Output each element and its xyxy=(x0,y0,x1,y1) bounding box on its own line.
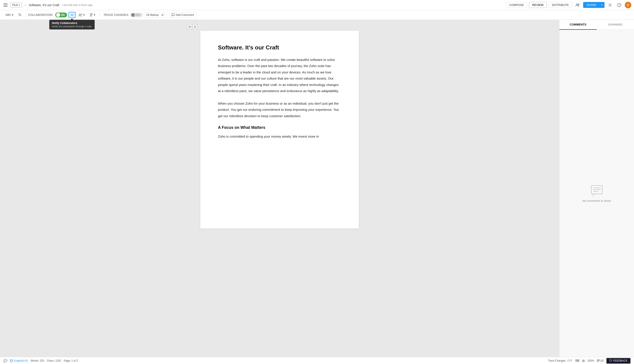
track-changes-status: Track Changes OFF xyxy=(548,359,573,362)
toggle-circle xyxy=(56,13,60,17)
chars-count: 1332 xyxy=(55,359,61,362)
svg-point-17 xyxy=(597,360,598,361)
main-area: ⊞ ⊟ Software. It's our Craft At Zoho, so… xyxy=(0,20,634,357)
words-count: 229 xyxy=(40,359,44,362)
chars-text: Chars: xyxy=(47,359,54,362)
spellcheck-icon: ABC xyxy=(5,13,11,16)
collaborators-count-button[interactable]: (0) xyxy=(597,359,604,362)
zoom-level: 100% xyxy=(587,359,594,362)
sidebar-tabs: COMMENTS CHANGES xyxy=(559,20,634,30)
collaborators-view-button[interactable]: ▾ xyxy=(77,12,87,18)
collaborators-status-icon xyxy=(597,359,600,362)
distribute-button[interactable]: DISTRIBUTE xyxy=(549,2,572,8)
collaboration-label: COLLABORATION: xyxy=(28,13,53,16)
top-navigation: FILE ▾ ☆ Software. It's our Craft Last e… xyxy=(0,0,634,10)
document-title: Software. It's our Craft xyxy=(29,3,59,7)
track-changes-toggle[interactable]: OFF xyxy=(130,13,142,17)
spellcheck-arrow: ▾ xyxy=(12,13,14,16)
review-options-arrow: ▾ xyxy=(94,13,95,16)
feedback-icon xyxy=(609,360,612,362)
svg-text:?: ? xyxy=(618,4,620,6)
hamburger-menu[interactable] xyxy=(3,3,8,8)
track-changes-status-label: Track Changes xyxy=(548,359,566,362)
collaborators-count: (0) xyxy=(600,359,604,362)
no-comments-text: No comments to show xyxy=(582,199,611,202)
separator xyxy=(26,12,26,18)
svg-point-5 xyxy=(19,14,21,16)
page-expand-button[interactable]: ⊞ xyxy=(187,24,192,29)
page-of: of 2 xyxy=(74,359,78,362)
sidebar: COMMENTS CHANGES No comments to show xyxy=(559,20,634,357)
document-heading: Software. It's our Craft xyxy=(218,44,341,52)
status-bar-right: Track Changes OFF ⌨ ▤ 100% (0) FEEDBACK xyxy=(548,358,630,364)
svg-rect-8 xyxy=(90,14,93,14)
language-button[interactable]: English(US) xyxy=(10,359,28,362)
svg-point-6 xyxy=(79,14,81,15)
tab-changes[interactable]: CHANGES xyxy=(597,20,634,30)
words-label: Words: 229 xyxy=(31,359,44,362)
view-icon[interactable]: ▤ xyxy=(582,359,585,362)
markup-select[interactable]: All Markup xyxy=(143,12,164,18)
paragraph-3: Zoho is committed to spending your money… xyxy=(218,134,341,140)
svg-rect-19 xyxy=(609,360,612,361)
share-arrow-button[interactable]: ▾ xyxy=(600,2,604,8)
review-options-button[interactable]: ▾ xyxy=(88,12,97,18)
document-page: Software. It's our Craft At Zoho, softwa… xyxy=(200,31,359,228)
collaborators-arrow: ▾ xyxy=(83,13,85,16)
add-comment-button[interactable]: Add Comment xyxy=(169,12,196,18)
feedback-label: FEEDBACK xyxy=(613,359,627,362)
language-label: English(US) xyxy=(14,359,28,362)
help-icon[interactable]: ? xyxy=(615,1,623,9)
svg-rect-9 xyxy=(90,15,92,15)
user-avatar[interactable]: Z xyxy=(625,2,631,8)
compose-button[interactable]: COMPOSE xyxy=(506,2,527,8)
page-label: Page: 1 of 2 xyxy=(64,359,78,362)
separator3 xyxy=(167,12,167,18)
favorite-icon[interactable]: ☆ xyxy=(24,3,27,7)
file-menu-button[interactable]: FILE ▾ xyxy=(10,2,22,8)
document-wrapper: ⊞ ⊟ Software. It's our Craft At Zoho, so… xyxy=(200,24,359,352)
track-status-state: OFF xyxy=(567,359,573,362)
track-toggle-circle xyxy=(131,13,135,17)
separator2 xyxy=(99,12,100,18)
share-dropdown: SHARE ▾ xyxy=(583,2,604,8)
collaborators-icon[interactable] xyxy=(574,1,581,9)
share-button[interactable]: SHARE xyxy=(583,2,600,8)
page-text: Page: xyxy=(64,359,71,362)
words-text: Words: xyxy=(31,359,39,362)
status-bar: 💬 English(US) Words: 229 Chars: 1332 Pag… xyxy=(0,357,634,364)
email-notify-button[interactable]: ✉ xyxy=(69,12,76,18)
last-edit-label: Last edit was 2 hours ago xyxy=(62,4,92,6)
language-icon xyxy=(10,359,13,362)
toggle-state-label: ON xyxy=(61,14,65,16)
email-notify-container: ✉ Notify Collaborators Notify the partic… xyxy=(69,12,76,18)
settings-icon[interactable] xyxy=(606,1,614,9)
svg-point-2 xyxy=(609,4,611,6)
collaboration-toggle[interactable]: ON xyxy=(55,12,67,17)
comment-status-icon[interactable]: 💬 xyxy=(4,359,7,362)
find-replace-button[interactable] xyxy=(17,12,24,18)
keyboard-icon[interactable]: ⌨ xyxy=(575,359,579,362)
svg-point-0 xyxy=(576,4,578,5)
track-state-label: OFF xyxy=(136,14,140,16)
svg-point-18 xyxy=(599,360,600,360)
toolbar: ABC ▾ COLLABORATION: ON ✉ Notify Collabo… xyxy=(0,10,634,20)
paragraph-2: When you choose Zoho for your business o… xyxy=(218,100,341,119)
file-arrow-icon: ▾ xyxy=(19,4,20,6)
spellcheck-button[interactable]: ABC ▾ xyxy=(4,12,15,17)
document-area[interactable]: ⊞ ⊟ Software. It's our Craft At Zoho, so… xyxy=(0,20,559,357)
track-changes-label: TRACK CHANGES: xyxy=(103,13,129,16)
file-label: FILE xyxy=(12,3,18,6)
review-button[interactable]: REVIEW xyxy=(529,2,547,8)
svg-rect-10 xyxy=(90,16,92,16)
add-comment-label: Add Comment xyxy=(176,13,194,16)
chars-label: Chars: 1332 xyxy=(47,359,61,362)
page-current: 1 xyxy=(71,359,73,362)
tab-comments[interactable]: COMMENTS xyxy=(559,20,597,30)
svg-point-1 xyxy=(578,4,579,5)
no-comments-icon xyxy=(590,184,603,196)
feedback-button[interactable]: FEEDBACK xyxy=(606,358,630,364)
sidebar-content: No comments to show xyxy=(559,30,634,357)
page-collapse-button[interactable]: ⊟ xyxy=(192,24,197,29)
status-bar-left: 💬 English(US) Words: 229 Chars: 1332 Pag… xyxy=(4,359,78,362)
